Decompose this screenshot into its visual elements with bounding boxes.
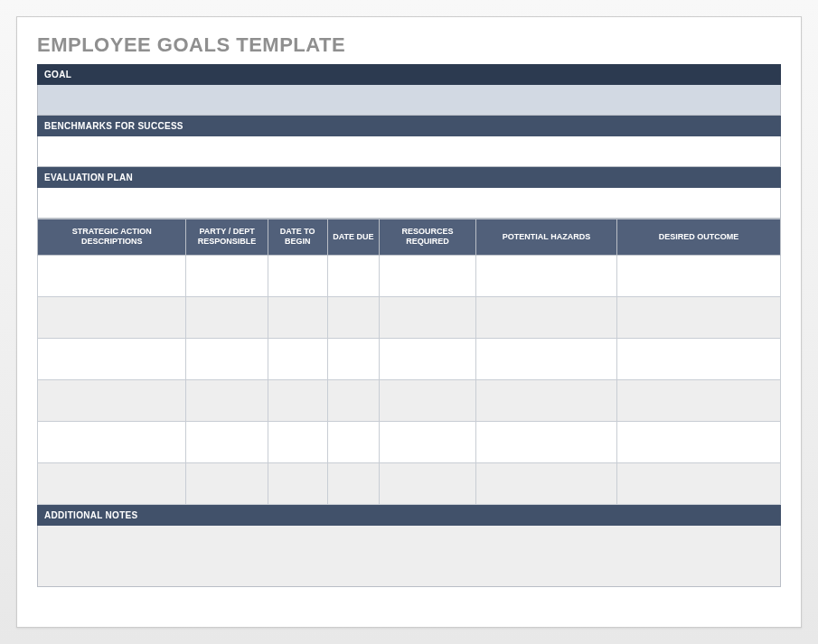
table-cell[interactable] (186, 379, 268, 421)
table-cell[interactable] (327, 421, 380, 462)
table-row (38, 462, 781, 504)
table-cell[interactable] (475, 421, 616, 462)
table-cell[interactable] (617, 296, 781, 338)
table-cell[interactable] (268, 255, 327, 296)
table-cell[interactable] (380, 421, 476, 462)
table-cell[interactable] (380, 462, 476, 504)
table-cell[interactable] (186, 462, 268, 504)
col-date-begin: DATE TO BEGIN (268, 219, 327, 256)
col-resources: RESOURCES REQUIRED (380, 219, 476, 256)
notes-input[interactable] (37, 526, 781, 587)
col-strategic-action: STRATEGIC ACTION DESCRIPTIONS (38, 219, 186, 256)
template-page: EMPLOYEE GOALS TEMPLATE GOAL BENCHMARKS … (16, 16, 802, 628)
table-cell[interactable] (327, 462, 380, 504)
table-cell[interactable] (268, 379, 327, 421)
table-row (38, 296, 781, 338)
table-cell[interactable] (268, 296, 327, 338)
table-cell[interactable] (327, 338, 380, 379)
table-cell[interactable] (268, 338, 327, 379)
table-cell[interactable] (617, 255, 781, 296)
table-row (38, 379, 781, 421)
table-cell[interactable] (617, 379, 781, 421)
table-header-row: STRATEGIC ACTION DESCRIPTIONS PARTY / DE… (38, 219, 781, 256)
table-cell[interactable] (38, 421, 186, 462)
table-cell[interactable] (380, 255, 476, 296)
goal-input[interactable] (37, 85, 781, 116)
table-cell[interactable] (475, 338, 616, 379)
benchmarks-header: BENCHMARKS FOR SUCCESS (37, 116, 781, 136)
table-cell[interactable] (475, 462, 616, 504)
table-body (38, 255, 781, 504)
col-party-dept: PARTY / DEPT RESPONSIBLE (186, 219, 268, 256)
benchmarks-input[interactable] (37, 136, 781, 167)
table-cell[interactable] (38, 462, 186, 504)
table-cell[interactable] (327, 379, 380, 421)
table-cell[interactable] (38, 379, 186, 421)
col-hazards: POTENTIAL HAZARDS (475, 219, 616, 256)
table-cell[interactable] (380, 379, 476, 421)
table-row (38, 421, 781, 462)
col-date-due: DATE DUE (327, 219, 380, 256)
table-cell[interactable] (475, 296, 616, 338)
col-outcome: DESIRED OUTCOME (617, 219, 781, 256)
table-cell[interactable] (380, 338, 476, 379)
table-cell[interactable] (617, 462, 781, 504)
table-cell[interactable] (38, 255, 186, 296)
table-cell[interactable] (617, 338, 781, 379)
table-cell[interactable] (617, 421, 781, 462)
goal-header: GOAL (37, 64, 781, 85)
table-cell[interactable] (186, 338, 268, 379)
evaluation-input[interactable] (37, 188, 781, 219)
table-cell[interactable] (268, 462, 327, 504)
table-cell[interactable] (327, 296, 380, 338)
table-cell[interactable] (327, 255, 380, 296)
evaluation-header: EVALUATION PLAN (37, 167, 781, 188)
notes-header: ADDITIONAL NOTES (37, 505, 781, 526)
actions-table: STRATEGIC ACTION DESCRIPTIONS PARTY / DE… (37, 219, 781, 505)
table-cell[interactable] (186, 421, 268, 462)
page-title: EMPLOYEE GOALS TEMPLATE (37, 33, 781, 57)
table-row (38, 338, 781, 379)
table-cell[interactable] (186, 255, 268, 296)
table-cell[interactable] (268, 421, 327, 462)
table-cell[interactable] (38, 296, 186, 338)
table-cell[interactable] (475, 379, 616, 421)
table-cell[interactable] (38, 338, 186, 379)
table-row (38, 255, 781, 296)
table-cell[interactable] (186, 296, 268, 338)
table-cell[interactable] (380, 296, 476, 338)
table-cell[interactable] (475, 255, 616, 296)
